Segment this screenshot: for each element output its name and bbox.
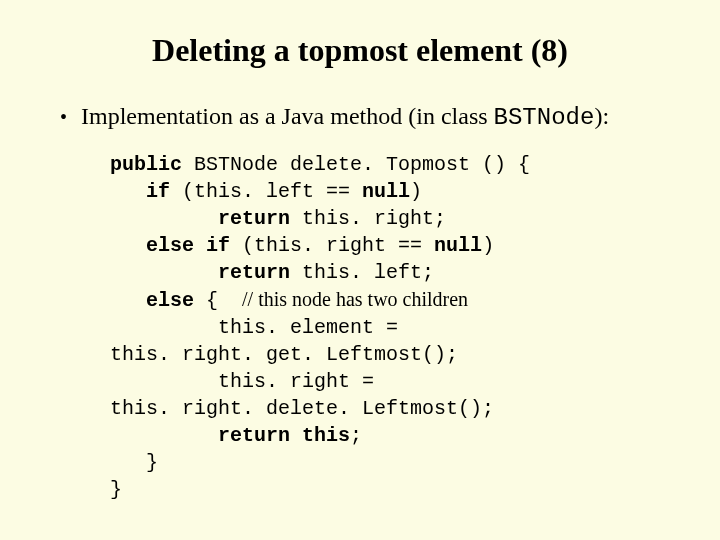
code-ret1: this. right; bbox=[290, 207, 446, 230]
code-close2: } bbox=[110, 478, 122, 501]
bullet-classname: BSTNode bbox=[494, 104, 595, 131]
code-ifcond1: (this. left == bbox=[170, 180, 362, 203]
kw-null1: null bbox=[362, 180, 410, 203]
code-assign2b: this. right. delete. Leftmost(); bbox=[110, 397, 494, 420]
slide-title: Deleting a topmost element (8) bbox=[50, 32, 670, 69]
code-close1: } bbox=[146, 451, 158, 474]
code-assign1b: this. right. get. Leftmost(); bbox=[110, 343, 458, 366]
code-brace: { bbox=[194, 289, 242, 312]
kw-this: this bbox=[302, 424, 350, 447]
kw-return3: return bbox=[218, 424, 290, 447]
code-block: public BSTNode delete. Topmost () { if (… bbox=[110, 151, 670, 503]
kw-else1: else bbox=[146, 234, 194, 257]
kw-null2: null bbox=[434, 234, 482, 257]
code-assign1: this. element = bbox=[218, 316, 398, 339]
code-ret2: this. left; bbox=[290, 261, 434, 284]
kw-public: public bbox=[110, 153, 182, 176]
bullet-suffix: ): bbox=[594, 103, 609, 129]
code-ifcond2: (this. right == bbox=[230, 234, 434, 257]
code-ifcond2b: ) bbox=[482, 234, 494, 257]
bullet-item: • Implementation as a Java method (in cl… bbox=[60, 103, 670, 131]
slide: Deleting a topmost element (8) • Impleme… bbox=[0, 0, 720, 540]
code-comment: // this node has two children bbox=[242, 288, 468, 310]
bullet-prefix: Implementation as a Java method (in clas… bbox=[81, 103, 494, 129]
kw-if2: if bbox=[206, 234, 230, 257]
code-semi: ; bbox=[350, 424, 362, 447]
kw-else2: else bbox=[146, 289, 194, 312]
kw-return1: return bbox=[218, 207, 290, 230]
code-ifcond1b: ) bbox=[410, 180, 422, 203]
code-sig: BSTNode delete. Topmost () { bbox=[182, 153, 530, 176]
code-ret3sp bbox=[290, 424, 302, 447]
bullet-dot-icon: • bbox=[60, 103, 67, 131]
code-assign2: this. right = bbox=[218, 370, 374, 393]
kw-if: if bbox=[146, 180, 170, 203]
code-sp1 bbox=[194, 234, 206, 257]
bullet-text: Implementation as a Java method (in clas… bbox=[81, 103, 609, 131]
kw-return2: return bbox=[218, 261, 290, 284]
